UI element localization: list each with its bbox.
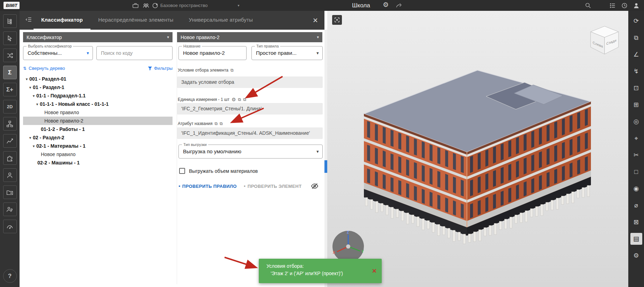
menu-list-icon[interactable]	[608, 1, 617, 10]
tree-item[interactable]: Новое правило	[23, 108, 173, 117]
tool-clash-icon[interactable]: ↯	[630, 65, 642, 77]
tree-item[interactable]: ▾01 - Раздел-1	[23, 83, 173, 91]
tree-caret-icon[interactable]: ▾	[33, 94, 35, 98]
screenshot-button[interactable]	[332, 15, 342, 25]
model-structure-icon[interactable]	[3, 14, 17, 28]
tree-item[interactable]: ▾01-1 - Подраздел-1.1	[23, 91, 173, 100]
selection-conditions-toast: Условия отбора: 'Этаж 2' и ('АР' или'КР …	[259, 259, 382, 283]
app-logo[interactable]: BiMiT	[3, 2, 20, 9]
paste-icon[interactable]: ⧉	[243, 97, 246, 102]
condition-field[interactable]: Задать условие отбора	[177, 76, 323, 88]
user-avatar-icon[interactable]	[632, 1, 641, 10]
tool-cut-icon[interactable]: ✂	[630, 149, 642, 161]
tool-focus-icon[interactable]: ◎	[630, 116, 642, 127]
tree-item-label: 01-1-2 - Работы - 1	[41, 126, 85, 132]
workspace-selector[interactable]: Базовое пространство ▾	[160, 0, 240, 11]
materials-checkbox[interactable]	[179, 168, 185, 174]
classifier-select[interactable]: Выбрать классификатор Собственны... ▼	[23, 46, 93, 60]
tool-locate-icon[interactable]: ⌖	[630, 132, 642, 144]
history-clock-icon[interactable]	[620, 1, 629, 10]
rule-header[interactable]: Новое правило-2 ▾	[177, 32, 322, 42]
tool-settings-icon[interactable]: ⚙	[630, 250, 642, 262]
2d-view-icon[interactable]: 2D	[3, 100, 17, 113]
tree-item[interactable]: ▾001 - Раздел-01	[23, 75, 173, 83]
copy-icon[interactable]: ⧉	[238, 97, 241, 102]
tree-caret-icon[interactable]: ▾	[36, 102, 38, 106]
collapse-panel-icon[interactable]	[25, 16, 32, 24]
team-location-icon[interactable]	[3, 203, 17, 216]
dashboard-gauge-icon[interactable]	[3, 220, 17, 233]
classifier-sigma-icon[interactable]: Σ	[3, 66, 17, 79]
panel-scrollbar-thumb[interactable]	[324, 160, 327, 173]
tab-universal-attributes[interactable]: Универсальные атрибуты	[181, 11, 261, 30]
tool-orbit-icon[interactable]: ⟳	[630, 15, 642, 27]
tab-unallocated[interactable]: Нераспределённые элементы	[90, 11, 181, 30]
filter-funnel-icon	[148, 66, 152, 71]
relations-icon[interactable]	[3, 49, 17, 62]
tree-caret-icon[interactable]: ▾	[33, 144, 35, 148]
tool-hide-image-icon[interactable]: ⊠	[630, 216, 642, 228]
select-cursor-icon[interactable]	[3, 31, 17, 45]
attribute-field[interactable]: 'IFC_1_Идентификация_Стены/4. ADSK_Наиме…	[177, 127, 323, 139]
tree-item-label: 001 - Раздел-01	[29, 76, 66, 82]
export-type-select[interactable]: Тип выгрузки Выгрузка по умолчанию ▼	[178, 145, 323, 159]
tool-bounds-icon[interactable]: □	[630, 166, 642, 178]
tree-item[interactable]: ▾01-1-1 - Новый класс - 01-1-1	[23, 100, 173, 108]
viewport-3d[interactable]: Слева Сзади Z X Y	[327, 11, 628, 287]
tree-item-label: 02-2 - Машины - 1	[37, 160, 80, 165]
sigma-add-icon[interactable]: Σ+	[3, 83, 17, 96]
export-folder-icon[interactable]	[3, 185, 17, 199]
tool-storeys-icon[interactable]: ⊞	[630, 99, 642, 111]
close-icon[interactable]: ✕	[313, 16, 318, 24]
tool-hide-icon[interactable]: ⌀	[630, 199, 642, 211]
rule-type-select[interactable]: Тип правила Простое прави... ▼	[251, 46, 323, 60]
paste-icon[interactable]: ⧉	[220, 121, 223, 126]
tree-item[interactable]: 01-1-2 - Работы - 1	[23, 125, 173, 133]
edit-circle-icon[interactable]	[151, 1, 160, 10]
project-settings-icon[interactable]: ⚙	[383, 1, 389, 9]
check-rule-button[interactable]: ● ПРОВЕРИТЬ ПРАВИЛО	[178, 184, 237, 189]
tree-caret-icon[interactable]: ▾	[26, 77, 28, 81]
hierarchy-icon[interactable]	[3, 117, 17, 131]
tool-show-icon[interactable]: ◉	[630, 183, 642, 194]
user-icon[interactable]	[3, 168, 17, 182]
help-icon[interactable]: ?	[3, 269, 17, 283]
tree-caret-icon[interactable]: ▾	[29, 86, 31, 89]
tool-measure-icon[interactable]: ∠	[630, 49, 642, 60]
tree-item[interactable]: 02-2 - Машины - 1	[23, 159, 173, 167]
search-icon[interactable]	[584, 1, 592, 10]
condition-label: Условие отбора элемента	[178, 68, 228, 73]
eye-off-icon[interactable]	[310, 182, 319, 190]
navigation-gizmo[interactable]: Z X Y	[331, 230, 365, 263]
tool-section-box-icon[interactable]: ⊡	[630, 82, 642, 94]
tree-item[interactable]: Новое правило-2	[23, 117, 173, 125]
panel-scrollbar-track[interactable]	[324, 30, 327, 287]
collapse-tree-icon: ⇅	[23, 66, 27, 71]
tree-item-label: Новое правило-2	[44, 118, 83, 124]
copy-icon[interactable]: ⧉	[230, 68, 234, 73]
tool-walls-icon[interactable]: ▤	[630, 233, 642, 245]
copy-icon[interactable]: ⧉	[214, 121, 218, 126]
plugins-icon[interactable]	[3, 151, 17, 165]
classifier-header[interactable]: Классификатор ▾	[23, 32, 173, 42]
filters-button[interactable]: Фильтры	[148, 66, 173, 71]
rule-name-field[interactable]: Название Новое правило-2	[178, 46, 247, 60]
tool-layers-icon[interactable]: ⧉	[630, 32, 642, 44]
briefcase-icon[interactable]	[131, 1, 140, 10]
share-icon[interactable]	[395, 1, 403, 10]
code-search-input[interactable]	[97, 46, 172, 60]
tree-caret-icon[interactable]: ▾	[29, 136, 31, 140]
gear-icon[interactable]: ⚙	[232, 97, 236, 102]
analytics-icon[interactable]	[3, 134, 17, 148]
tree-item[interactable]: ▾02 - Раздел-2	[23, 133, 173, 142]
view-cube[interactable]: Слева Сзади	[588, 24, 621, 56]
unit-field[interactable]: 'IFC_2_Геометрия_Стены/1. Длина'	[177, 103, 323, 115]
check-element-button[interactable]: ● ПРОВЕРИТЬ ЭЛЕМЕНТ	[244, 184, 302, 189]
tree-item[interactable]: ▾02-1 - Материалы - 1	[23, 142, 173, 150]
users-icon[interactable]	[142, 1, 150, 10]
toast-close-icon[interactable]: ✕	[372, 267, 377, 275]
tree-item[interactable]: Новое правило	[23, 150, 173, 159]
tab-classifier[interactable]: Классификатор	[34, 11, 90, 30]
code-search-field[interactable]	[96, 46, 173, 60]
collapse-tree-button[interactable]: ⇅ Свернуть дерево	[23, 66, 65, 71]
